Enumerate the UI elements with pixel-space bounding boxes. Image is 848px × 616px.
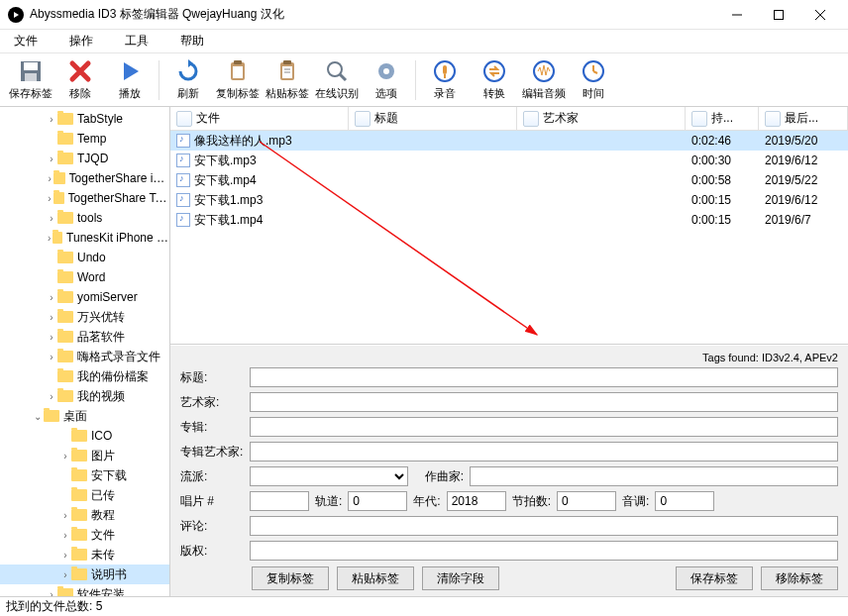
tree-item[interactable]: ›图片 [0, 446, 169, 465]
genre-select[interactable] [250, 466, 408, 486]
tree-item[interactable]: ›文件 [0, 525, 169, 545]
save-tags-btn[interactable]: 保存标签 [676, 566, 753, 590]
tree-item[interactable]: 安下载 [0, 465, 169, 485]
tree-item[interactable]: ›TunesKit iPhone Data Recovery [0, 228, 169, 248]
tree-item[interactable]: ›tools [0, 208, 169, 228]
chevron-icon[interactable]: ⌄ [32, 411, 44, 422]
chevron-icon[interactable]: › [46, 352, 57, 362]
chevron-icon[interactable]: › [46, 312, 57, 323]
close-button[interactable] [800, 2, 840, 28]
chevron-icon[interactable]: › [59, 530, 71, 541]
menu-operate[interactable]: 操作 [63, 31, 99, 51]
tree-item[interactable]: ›嗨格式录音文件 [0, 347, 169, 366]
column-artist[interactable]: 艺术家 [543, 110, 579, 127]
maximize-button[interactable] [759, 2, 798, 28]
paste-tags-btn[interactable]: 粘贴标签 [337, 566, 414, 590]
key-input[interactable] [655, 491, 714, 511]
chevron-icon[interactable]: › [46, 233, 53, 244]
menu-tools[interactable]: 工具 [119, 31, 155, 51]
chevron-icon[interactable]: › [46, 391, 57, 402]
tree-item[interactable]: Temp [0, 129, 169, 149]
tree-item[interactable]: ICO [0, 426, 169, 446]
tree-item[interactable]: ›教程 [0, 505, 169, 525]
chevron-icon[interactable]: › [46, 292, 57, 303]
file-row[interactable]: 安下载1.mp30:00:152019/6/12 [170, 190, 848, 210]
comment-input[interactable] [250, 516, 838, 536]
folder-tree[interactable]: ›TabStyleTemp›TJQD›TogetherShare iCloud … [0, 107, 170, 596]
tag-editor-panel: Tags found: ID3v2.4, APEv2 标题: 艺术家: 专辑: … [170, 345, 848, 596]
options-button[interactable]: 选项 [362, 55, 411, 105]
tree-item[interactable]: ›品茗软件 [0, 327, 169, 347]
folder-icon [71, 489, 87, 501]
tree-item[interactable]: 我的備份檔案 [0, 366, 169, 386]
chevron-icon[interactable]: › [46, 589, 57, 597]
tree-item[interactable]: ›软件安装 [0, 584, 169, 596]
file-date: 2019/6/12 [759, 193, 848, 207]
artist-input[interactable] [250, 392, 838, 412]
chevron-icon[interactable]: › [46, 114, 57, 125]
play-button[interactable]: 播放 [105, 55, 155, 105]
file-row[interactable]: 安下载1.mp40:00:152019/6/7 [170, 210, 848, 230]
tree-item[interactable]: ⌄桌面 [0, 406, 169, 426]
file-row[interactable]: 像我这样的人.mp30:02:462019/5/20 [170, 131, 848, 151]
tree-item[interactable]: ›TogetherShare iCloud Data [0, 168, 169, 188]
chevron-icon[interactable]: › [59, 569, 71, 580]
chevron-icon[interactable]: › [46, 154, 57, 164]
file-row[interactable]: 安下载.mp40:00:582019/5/22 [170, 170, 848, 190]
chevron-icon[interactable]: › [59, 510, 71, 521]
doc-icon [765, 111, 781, 127]
composer-input[interactable] [470, 466, 838, 486]
chevron-icon[interactable]: › [59, 451, 71, 462]
copy-tags-button[interactable]: 复制标签 [213, 55, 263, 105]
track-input[interactable] [348, 491, 407, 511]
column-duration[interactable]: 持... [711, 110, 733, 127]
time-button[interactable]: 时间 [569, 55, 618, 105]
menu-file[interactable]: 文件 [8, 31, 44, 51]
convert-button[interactable]: 转换 [470, 55, 519, 105]
tree-item[interactable]: ›TogetherShare Temp Backup [0, 188, 169, 208]
record-button[interactable]: 录音 [420, 55, 470, 105]
tree-label: TogetherShare Temp Backup [68, 191, 169, 205]
tree-item[interactable]: Undo [0, 248, 169, 267]
copy-tags-btn[interactable]: 复制标签 [252, 566, 329, 590]
menu-help[interactable]: 帮助 [174, 31, 210, 51]
tree-label: TogetherShare iCloud Data [69, 171, 169, 185]
remove-tags-btn[interactable]: 移除标签 [761, 566, 838, 590]
tree-item[interactable]: Word [0, 267, 169, 287]
column-title[interactable]: 标题 [374, 110, 398, 127]
chevron-icon[interactable]: › [46, 332, 57, 343]
disc-input[interactable] [250, 491, 309, 511]
remove-button[interactable]: 移除 [55, 55, 105, 105]
albumartist-input[interactable] [250, 442, 838, 462]
title-input[interactable] [250, 367, 838, 387]
year-input[interactable] [447, 491, 506, 511]
online-recognize-button[interactable]: 在线识别 [312, 55, 362, 105]
tree-item[interactable]: ›万兴优转 [0, 307, 169, 327]
chevron-icon[interactable]: › [59, 550, 71, 561]
file-row[interactable]: 安下载.mp30:00:302019/6/12 [170, 151, 848, 170]
file-list[interactable]: 文件 标题 艺术家 持... 最后... 像我这样的人.mp30:02:4620… [170, 107, 848, 345]
tree-item[interactable]: ›TabStyle [0, 109, 169, 129]
tree-item[interactable]: ›我的视频 [0, 386, 169, 406]
file-name: 安下载1.mp3 [194, 192, 263, 209]
chevron-icon[interactable]: › [46, 193, 53, 204]
clear-fields-btn[interactable]: 清除字段 [422, 566, 499, 590]
tree-item[interactable]: 已传 [0, 485, 169, 505]
bpm-input[interactable] [557, 491, 616, 511]
save-tags-button[interactable]: 保存标签 [6, 55, 55, 105]
column-date[interactable]: 最后... [785, 110, 818, 127]
album-input[interactable] [250, 417, 838, 437]
tree-label: TunesKit iPhone Data Recovery [66, 231, 169, 245]
chevron-icon[interactable]: › [46, 173, 53, 184]
tree-item[interactable]: ›说明书 [0, 565, 169, 584]
chevron-icon[interactable]: › [46, 213, 57, 224]
tree-item[interactable]: ›yomiServer [0, 287, 169, 307]
paste-tags-button[interactable]: 粘贴标签 [263, 55, 312, 105]
edit-audio-button[interactable]: 编辑音频 [519, 55, 569, 105]
refresh-button[interactable]: 刷新 [163, 55, 213, 105]
tree-item[interactable]: ›TJQD [0, 149, 169, 168]
minimize-button[interactable] [717, 2, 757, 28]
column-file[interactable]: 文件 [196, 110, 220, 127]
tree-item[interactable]: ›未传 [0, 545, 169, 565]
copyright-input[interactable] [250, 541, 838, 561]
